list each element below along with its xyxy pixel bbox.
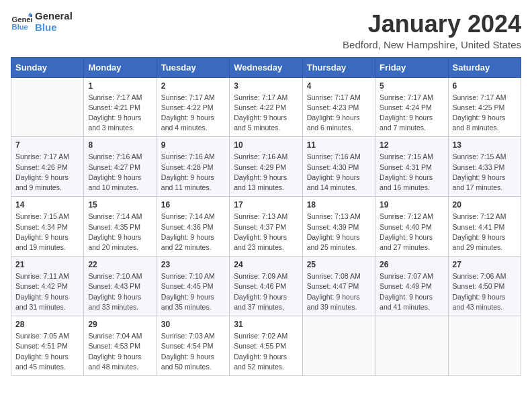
calendar-cell: 25Sunrise: 7:08 AMSunset: 4:47 PMDayligh… (302, 257, 375, 316)
day-detail: Sunrise: 7:04 AMSunset: 4:53 PMDaylight:… (88, 331, 152, 372)
day-number: 6 (453, 81, 517, 91)
calendar-cell: 8Sunrise: 7:16 AMSunset: 4:27 PMDaylight… (84, 137, 157, 197)
calendar-week-4: 21Sunrise: 7:11 AMSunset: 4:42 PMDayligh… (11, 257, 521, 316)
calendar-cell: 29Sunrise: 7:04 AMSunset: 4:53 PMDayligh… (84, 316, 157, 376)
day-number: 7 (15, 140, 79, 150)
day-number: 27 (453, 260, 517, 269)
calendar-cell: 19Sunrise: 7:12 AMSunset: 4:40 PMDayligh… (375, 197, 448, 257)
day-detail: Sunrise: 7:13 AMSunset: 4:39 PMDaylight:… (307, 212, 371, 253)
day-number: 3 (234, 81, 298, 91)
day-number: 31 (234, 320, 298, 329)
calendar-week-5: 28Sunrise: 7:05 AMSunset: 4:51 PMDayligh… (11, 316, 521, 376)
calendar-cell (375, 316, 448, 376)
day-number: 22 (88, 260, 152, 269)
calendar-header: SundayMondayTuesdayWednesdayThursdayFrid… (11, 57, 521, 77)
title-area: January 2024 Bedford, New Hampshire, Uni… (343, 11, 521, 50)
day-number: 29 (88, 320, 152, 329)
calendar-cell: 12Sunrise: 7:15 AMSunset: 4:31 PMDayligh… (375, 137, 448, 197)
day-detail: Sunrise: 7:17 AMSunset: 4:25 PMDaylight:… (453, 93, 517, 134)
day-number: 19 (380, 200, 443, 210)
logo-icon: General Blue (11, 11, 32, 33)
weekday-header-sunday: Sunday (11, 57, 84, 77)
day-detail: Sunrise: 7:16 AMSunset: 4:30 PMDaylight:… (307, 152, 371, 193)
day-number: 2 (161, 81, 225, 91)
calendar-week-2: 7Sunrise: 7:17 AMSunset: 4:26 PMDaylight… (11, 137, 521, 197)
day-detail: Sunrise: 7:17 AMSunset: 4:23 PMDaylight:… (307, 93, 371, 134)
weekday-header-monday: Monday (84, 57, 157, 77)
day-number: 13 (453, 140, 517, 150)
day-number: 30 (161, 320, 225, 329)
day-detail: Sunrise: 7:17 AMSunset: 4:24 PMDaylight:… (380, 93, 443, 134)
calendar-cell: 13Sunrise: 7:15 AMSunset: 4:33 PMDayligh… (448, 137, 521, 197)
calendar-cell: 24Sunrise: 7:09 AMSunset: 4:46 PMDayligh… (230, 257, 302, 316)
calendar-cell: 16Sunrise: 7:14 AMSunset: 4:36 PMDayligh… (157, 197, 229, 257)
day-number: 10 (234, 140, 298, 150)
weekday-header-saturday: Saturday (448, 57, 521, 77)
calendar-cell: 1Sunrise: 7:17 AMSunset: 4:21 PMDaylight… (84, 77, 157, 137)
day-detail: Sunrise: 7:07 AMSunset: 4:49 PMDaylight:… (380, 271, 443, 312)
calendar-cell: 9Sunrise: 7:16 AMSunset: 4:28 PMDaylight… (157, 137, 229, 197)
day-number: 18 (307, 200, 371, 210)
weekday-header-row: SundayMondayTuesdayWednesdayThursdayFrid… (11, 57, 521, 77)
calendar-cell: 27Sunrise: 7:06 AMSunset: 4:50 PMDayligh… (448, 257, 521, 316)
day-detail: Sunrise: 7:03 AMSunset: 4:54 PMDaylight:… (161, 331, 225, 372)
calendar-cell: 14Sunrise: 7:15 AMSunset: 4:34 PMDayligh… (11, 197, 84, 257)
day-detail: Sunrise: 7:17 AMSunset: 4:21 PMDaylight:… (88, 93, 152, 134)
calendar-cell: 17Sunrise: 7:13 AMSunset: 4:37 PMDayligh… (230, 197, 302, 257)
day-number: 25 (307, 260, 371, 269)
calendar-cell: 31Sunrise: 7:02 AMSunset: 4:55 PMDayligh… (230, 316, 302, 376)
calendar-subtitle: Bedford, New Hampshire, United States (343, 39, 521, 50)
calendar-cell: 6Sunrise: 7:17 AMSunset: 4:25 PMDaylight… (448, 77, 521, 137)
day-number: 1 (88, 81, 152, 91)
day-number: 17 (234, 200, 298, 210)
calendar-cell: 5Sunrise: 7:17 AMSunset: 4:24 PMDaylight… (375, 77, 448, 137)
calendar-cell: 30Sunrise: 7:03 AMSunset: 4:54 PMDayligh… (157, 316, 229, 376)
day-detail: Sunrise: 7:14 AMSunset: 4:36 PMDaylight:… (161, 212, 225, 253)
day-detail: Sunrise: 7:10 AMSunset: 4:43 PMDaylight:… (88, 271, 152, 312)
calendar-cell: 4Sunrise: 7:17 AMSunset: 4:23 PMDaylight… (302, 77, 375, 137)
calendar-cell: 11Sunrise: 7:16 AMSunset: 4:30 PMDayligh… (302, 137, 375, 197)
weekday-header-friday: Friday (375, 57, 448, 77)
day-detail: Sunrise: 7:16 AMSunset: 4:27 PMDaylight:… (88, 152, 152, 193)
day-number: 9 (161, 140, 225, 150)
calendar-cell (11, 77, 84, 137)
day-detail: Sunrise: 7:08 AMSunset: 4:47 PMDaylight:… (307, 271, 371, 312)
calendar-cell: 10Sunrise: 7:16 AMSunset: 4:29 PMDayligh… (230, 137, 302, 197)
day-detail: Sunrise: 7:15 AMSunset: 4:31 PMDaylight:… (380, 152, 443, 193)
day-detail: Sunrise: 7:12 AMSunset: 4:41 PMDaylight:… (453, 212, 517, 253)
day-detail: Sunrise: 7:16 AMSunset: 4:29 PMDaylight:… (234, 152, 298, 193)
logo-line1: General (35, 11, 73, 22)
calendar-cell: 28Sunrise: 7:05 AMSunset: 4:51 PMDayligh… (11, 316, 84, 376)
day-number: 5 (380, 81, 443, 91)
logo-line2: Blue (35, 22, 73, 34)
day-detail: Sunrise: 7:14 AMSunset: 4:35 PMDaylight:… (88, 212, 152, 253)
day-detail: Sunrise: 7:15 AMSunset: 4:33 PMDaylight:… (453, 152, 517, 193)
calendar-cell: 22Sunrise: 7:10 AMSunset: 4:43 PMDayligh… (84, 257, 157, 316)
calendar-cell: 26Sunrise: 7:07 AMSunset: 4:49 PMDayligh… (375, 257, 448, 316)
weekday-header-thursday: Thursday (302, 57, 375, 77)
day-number: 24 (234, 260, 298, 269)
calendar-cell: 18Sunrise: 7:13 AMSunset: 4:39 PMDayligh… (302, 197, 375, 257)
day-number: 26 (380, 260, 443, 269)
day-number: 15 (88, 200, 152, 210)
calendar-week-3: 14Sunrise: 7:15 AMSunset: 4:34 PMDayligh… (11, 197, 521, 257)
day-number: 8 (88, 140, 152, 150)
day-detail: Sunrise: 7:16 AMSunset: 4:28 PMDaylight:… (161, 152, 225, 193)
day-number: 11 (307, 140, 371, 150)
calendar-cell: 20Sunrise: 7:12 AMSunset: 4:41 PMDayligh… (448, 197, 521, 257)
day-number: 12 (380, 140, 443, 150)
day-detail: Sunrise: 7:09 AMSunset: 4:46 PMDaylight:… (234, 271, 298, 312)
calendar-cell: 15Sunrise: 7:14 AMSunset: 4:35 PMDayligh… (84, 197, 157, 257)
day-detail: Sunrise: 7:05 AMSunset: 4:51 PMDaylight:… (15, 331, 79, 372)
logo: General Blue General Blue (11, 11, 73, 33)
day-detail: Sunrise: 7:10 AMSunset: 4:45 PMDaylight:… (161, 271, 225, 312)
day-detail: Sunrise: 7:11 AMSunset: 4:42 PMDaylight:… (15, 271, 79, 312)
day-detail: Sunrise: 7:06 AMSunset: 4:50 PMDaylight:… (453, 271, 517, 312)
day-number: 4 (307, 81, 371, 91)
weekday-header-wednesday: Wednesday (230, 57, 302, 77)
day-number: 16 (161, 200, 225, 210)
calendar-cell: 23Sunrise: 7:10 AMSunset: 4:45 PMDayligh… (157, 257, 229, 316)
calendar-cell: 2Sunrise: 7:17 AMSunset: 4:22 PMDaylight… (157, 77, 229, 137)
calendar-title: January 2024 (343, 11, 521, 38)
day-number: 23 (161, 260, 225, 269)
